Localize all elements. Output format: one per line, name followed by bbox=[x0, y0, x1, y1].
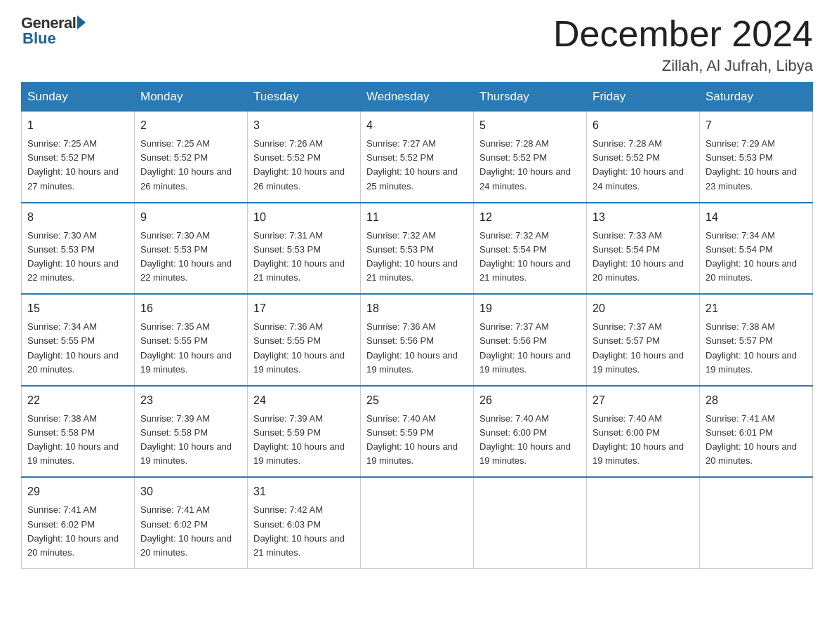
table-row: 21 Sunrise: 7:38 AMSunset: 5:57 PMDaylig… bbox=[700, 294, 813, 386]
day-number: 21 bbox=[706, 300, 807, 317]
calendar-week-row: 8 Sunrise: 7:30 AMSunset: 5:53 PMDayligh… bbox=[22, 203, 813, 295]
day-number: 31 bbox=[253, 483, 355, 500]
day-number: 11 bbox=[366, 209, 468, 226]
day-number: 1 bbox=[27, 117, 128, 134]
table-row: 17 Sunrise: 7:36 AMSunset: 5:55 PMDaylig… bbox=[248, 294, 361, 386]
day-number: 25 bbox=[366, 392, 468, 409]
day-number: 20 bbox=[593, 300, 694, 317]
day-number: 5 bbox=[479, 117, 581, 134]
day-number: 6 bbox=[593, 117, 694, 134]
day-number: 24 bbox=[253, 392, 355, 409]
day-number: 22 bbox=[27, 392, 128, 409]
day-info: Sunrise: 7:39 AMSunset: 5:58 PMDaylight:… bbox=[140, 413, 232, 466]
table-row: 25 Sunrise: 7:40 AMSunset: 5:59 PMDaylig… bbox=[361, 386, 474, 478]
header-sunday: Sunday bbox=[22, 83, 135, 112]
table-row: 12 Sunrise: 7:32 AMSunset: 5:54 PMDaylig… bbox=[474, 203, 587, 295]
day-info: Sunrise: 7:33 AMSunset: 5:54 PMDaylight:… bbox=[593, 230, 684, 283]
title-area: December 2024 Zillah, Al Jufrah, Libya bbox=[553, 14, 813, 75]
day-info: Sunrise: 7:40 AMSunset: 6:00 PMDaylight:… bbox=[479, 413, 571, 466]
calendar-week-row: 1 Sunrise: 7:25 AMSunset: 5:52 PMDayligh… bbox=[22, 112, 813, 203]
table-row: 8 Sunrise: 7:30 AMSunset: 5:53 PMDayligh… bbox=[22, 203, 135, 295]
day-info: Sunrise: 7:25 AMSunset: 5:52 PMDaylight:… bbox=[140, 138, 232, 191]
table-row: 29 Sunrise: 7:41 AMSunset: 6:02 PMDaylig… bbox=[22, 477, 135, 568]
day-info: Sunrise: 7:29 AMSunset: 5:53 PMDaylight:… bbox=[706, 138, 797, 191]
table-row: 9 Sunrise: 7:30 AMSunset: 5:53 PMDayligh… bbox=[135, 203, 248, 295]
day-number: 7 bbox=[706, 117, 807, 134]
table-row: 2 Sunrise: 7:25 AMSunset: 5:52 PMDayligh… bbox=[135, 112, 248, 203]
table-row: 1 Sunrise: 7:25 AMSunset: 5:52 PMDayligh… bbox=[22, 112, 135, 203]
day-number: 29 bbox=[27, 483, 128, 500]
header-monday: Monday bbox=[135, 83, 248, 112]
logo-arrow-icon bbox=[77, 15, 86, 29]
day-info: Sunrise: 7:41 AMSunset: 6:02 PMDaylight:… bbox=[140, 504, 232, 557]
day-info: Sunrise: 7:25 AMSunset: 5:52 PMDaylight:… bbox=[27, 138, 119, 191]
day-number: 9 bbox=[140, 209, 241, 226]
day-info: Sunrise: 7:35 AMSunset: 5:55 PMDaylight:… bbox=[140, 321, 232, 374]
table-row: 11 Sunrise: 7:32 AMSunset: 5:53 PMDaylig… bbox=[361, 203, 474, 295]
day-info: Sunrise: 7:41 AMSunset: 6:01 PMDaylight:… bbox=[706, 413, 797, 466]
table-row: 22 Sunrise: 7:38 AMSunset: 5:58 PMDaylig… bbox=[22, 386, 135, 478]
table-row: 3 Sunrise: 7:26 AMSunset: 5:52 PMDayligh… bbox=[248, 112, 361, 203]
day-number: 17 bbox=[253, 300, 355, 317]
day-info: Sunrise: 7:40 AMSunset: 5:59 PMDaylight:… bbox=[366, 413, 458, 466]
table-row bbox=[361, 477, 474, 568]
calendar-week-row: 15 Sunrise: 7:34 AMSunset: 5:55 PMDaylig… bbox=[22, 294, 813, 386]
day-number: 23 bbox=[140, 392, 241, 409]
day-number: 18 bbox=[366, 300, 468, 317]
header-saturday: Saturday bbox=[700, 83, 813, 112]
header-tuesday: Tuesday bbox=[248, 83, 361, 112]
table-row: 6 Sunrise: 7:28 AMSunset: 5:52 PMDayligh… bbox=[587, 112, 700, 203]
calendar-header-row: Sunday Monday Tuesday Wednesday Thursday… bbox=[22, 83, 813, 112]
day-info: Sunrise: 7:41 AMSunset: 6:02 PMDaylight:… bbox=[27, 504, 119, 557]
location-subtitle: Zillah, Al Jufrah, Libya bbox=[553, 57, 813, 75]
day-number: 26 bbox=[479, 392, 581, 409]
day-info: Sunrise: 7:37 AMSunset: 5:57 PMDaylight:… bbox=[593, 321, 684, 374]
day-info: Sunrise: 7:34 AMSunset: 5:55 PMDaylight:… bbox=[27, 321, 119, 374]
table-row: 16 Sunrise: 7:35 AMSunset: 5:55 PMDaylig… bbox=[135, 294, 248, 386]
table-row: 5 Sunrise: 7:28 AMSunset: 5:52 PMDayligh… bbox=[474, 112, 587, 203]
table-row bbox=[700, 477, 813, 568]
day-info: Sunrise: 7:34 AMSunset: 5:54 PMDaylight:… bbox=[706, 230, 797, 283]
table-row bbox=[587, 477, 700, 568]
logo-blue-text: Blue bbox=[21, 29, 56, 48]
header-friday: Friday bbox=[587, 83, 700, 112]
day-info: Sunrise: 7:32 AMSunset: 5:54 PMDaylight:… bbox=[479, 230, 571, 283]
table-row: 24 Sunrise: 7:39 AMSunset: 5:59 PMDaylig… bbox=[248, 386, 361, 478]
day-info: Sunrise: 7:37 AMSunset: 5:56 PMDaylight:… bbox=[479, 321, 571, 374]
day-info: Sunrise: 7:26 AMSunset: 5:52 PMDaylight:… bbox=[253, 138, 345, 191]
day-number: 13 bbox=[593, 209, 694, 226]
day-number: 14 bbox=[706, 209, 807, 226]
day-number: 3 bbox=[253, 117, 355, 134]
table-row: 13 Sunrise: 7:33 AMSunset: 5:54 PMDaylig… bbox=[587, 203, 700, 295]
day-info: Sunrise: 7:27 AMSunset: 5:52 PMDaylight:… bbox=[366, 138, 458, 191]
day-info: Sunrise: 7:30 AMSunset: 5:53 PMDaylight:… bbox=[27, 230, 119, 283]
day-number: 27 bbox=[593, 392, 694, 409]
table-row: 15 Sunrise: 7:34 AMSunset: 5:55 PMDaylig… bbox=[22, 294, 135, 386]
table-row bbox=[474, 477, 587, 568]
day-number: 15 bbox=[27, 300, 128, 317]
calendar-week-row: 22 Sunrise: 7:38 AMSunset: 5:58 PMDaylig… bbox=[22, 386, 813, 478]
day-info: Sunrise: 7:28 AMSunset: 5:52 PMDaylight:… bbox=[593, 138, 684, 191]
day-info: Sunrise: 7:36 AMSunset: 5:55 PMDaylight:… bbox=[253, 321, 345, 374]
day-info: Sunrise: 7:38 AMSunset: 5:57 PMDaylight:… bbox=[706, 321, 797, 374]
header-wednesday: Wednesday bbox=[361, 83, 474, 112]
table-row: 28 Sunrise: 7:41 AMSunset: 6:01 PMDaylig… bbox=[700, 386, 813, 478]
day-number: 16 bbox=[140, 300, 241, 317]
day-info: Sunrise: 7:28 AMSunset: 5:52 PMDaylight:… bbox=[479, 138, 571, 191]
month-title: December 2024 bbox=[553, 14, 813, 54]
calendar-table: Sunday Monday Tuesday Wednesday Thursday… bbox=[21, 82, 813, 569]
day-number: 4 bbox=[366, 117, 468, 134]
table-row: 27 Sunrise: 7:40 AMSunset: 6:00 PMDaylig… bbox=[587, 386, 700, 478]
day-info: Sunrise: 7:32 AMSunset: 5:53 PMDaylight:… bbox=[366, 230, 458, 283]
table-row: 4 Sunrise: 7:27 AMSunset: 5:52 PMDayligh… bbox=[361, 112, 474, 203]
table-row: 7 Sunrise: 7:29 AMSunset: 5:53 PMDayligh… bbox=[700, 112, 813, 203]
table-row: 14 Sunrise: 7:34 AMSunset: 5:54 PMDaylig… bbox=[700, 203, 813, 295]
table-row: 30 Sunrise: 7:41 AMSunset: 6:02 PMDaylig… bbox=[135, 477, 248, 568]
logo: General Blue bbox=[21, 14, 86, 48]
day-info: Sunrise: 7:30 AMSunset: 5:53 PMDaylight:… bbox=[140, 230, 232, 283]
day-info: Sunrise: 7:40 AMSunset: 6:00 PMDaylight:… bbox=[593, 413, 684, 466]
day-info: Sunrise: 7:38 AMSunset: 5:58 PMDaylight:… bbox=[27, 413, 119, 466]
day-number: 8 bbox=[27, 209, 128, 226]
day-info: Sunrise: 7:36 AMSunset: 5:56 PMDaylight:… bbox=[366, 321, 458, 374]
table-row: 20 Sunrise: 7:37 AMSunset: 5:57 PMDaylig… bbox=[587, 294, 700, 386]
